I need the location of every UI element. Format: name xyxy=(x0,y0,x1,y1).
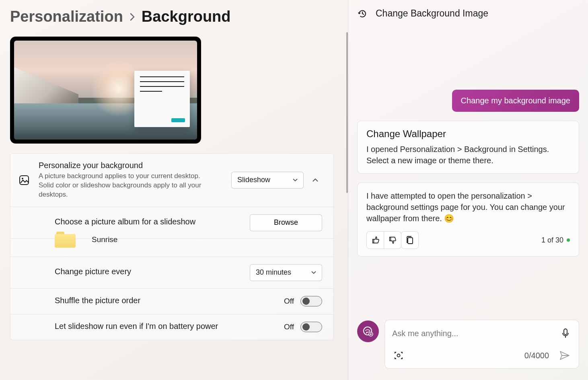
setting-title: Choose a picture album for a slideshow xyxy=(55,217,241,226)
char-count: 0/4000 xyxy=(524,351,549,360)
preview-window xyxy=(134,71,190,127)
chevron-down-icon xyxy=(293,179,298,182)
svg-rect-0 xyxy=(20,176,29,185)
chevron-right-icon xyxy=(130,13,135,21)
setting-desc: A picture background applies to your cur… xyxy=(39,172,208,199)
status-dot-icon xyxy=(567,238,570,242)
response-counter: 1 of 30 xyxy=(541,236,570,244)
chevron-down-icon xyxy=(311,271,316,274)
setting-personalize-background: Personalize your background A picture ba… xyxy=(10,154,333,207)
followup-text: I have attempted to open the personaliza… xyxy=(366,190,570,224)
card-body: I opened Personalization > Background in… xyxy=(366,144,570,166)
card-title: Change Wallpaper xyxy=(366,128,570,140)
svg-rect-2 xyxy=(408,238,413,244)
chat-input[interactable] xyxy=(392,329,545,338)
browse-button[interactable]: Browse xyxy=(250,214,322,231)
breadcrumb-current: Background xyxy=(142,8,231,25)
picture-icon xyxy=(19,175,30,186)
collapse-button[interactable] xyxy=(313,178,322,182)
copilot-title: Change Background Image xyxy=(376,8,488,19)
screenshot-button[interactable] xyxy=(392,349,405,362)
user-message: Change my background image xyxy=(452,90,579,112)
new-chat-button[interactable] xyxy=(357,320,379,342)
folder-label: Sunrise xyxy=(92,235,117,244)
copilot-header: Change Background Image xyxy=(357,8,579,19)
breadcrumb: Personalization Background xyxy=(10,8,348,25)
history-icon[interactable] xyxy=(357,8,368,19)
setting-change-interval: Change picture every 30 minutes xyxy=(10,257,333,289)
setting-title: Let slideshow run even if I'm on battery… xyxy=(55,322,275,331)
feedback-group xyxy=(366,231,401,249)
thumbs-up-button[interactable] xyxy=(366,231,384,249)
thumbs-down-button[interactable] xyxy=(384,231,401,249)
folder-icon xyxy=(55,232,76,248)
svg-point-6 xyxy=(397,354,400,357)
mic-button[interactable] xyxy=(559,327,572,340)
copilot-panel: Change Background Image Change my backgr… xyxy=(348,0,588,380)
battery-toggle[interactable] xyxy=(300,322,322,332)
setting-title: Personalize your background xyxy=(39,161,222,170)
copy-button[interactable] xyxy=(401,231,419,249)
svg-rect-5 xyxy=(564,329,567,335)
shuffle-toggle[interactable] xyxy=(300,296,322,306)
setting-title: Change picture every xyxy=(55,267,241,276)
desktop-preview xyxy=(10,37,201,144)
toggle-label: Off xyxy=(284,322,294,331)
settings-list: Personalize your background A picture ba… xyxy=(10,153,334,340)
scrollbar[interactable] xyxy=(346,32,348,193)
composer: 0/4000 xyxy=(384,320,579,369)
send-button[interactable] xyxy=(558,349,572,362)
setting-shuffle: Shuffle the picture order Off xyxy=(10,289,333,314)
album-folder[interactable]: Sunrise xyxy=(10,232,333,257)
assistant-followup: I have attempted to open the personaliza… xyxy=(357,183,579,257)
interval-select[interactable]: 30 minutes xyxy=(250,264,322,281)
assistant-card: Change Wallpaper I opened Personalizatio… xyxy=(357,121,579,174)
breadcrumb-parent[interactable]: Personalization xyxy=(10,8,123,25)
background-type-select[interactable]: Slideshow xyxy=(231,172,304,189)
conversation: Change my background image Change Wallpa… xyxy=(357,29,579,310)
settings-panel: Personalization Background Personalize y… xyxy=(0,0,348,380)
setting-battery: Let slideshow run even if I'm on battery… xyxy=(10,314,333,340)
toggle-label: Off xyxy=(284,297,294,306)
setting-title: Shuffle the picture order xyxy=(55,296,275,305)
svg-point-1 xyxy=(22,178,23,179)
